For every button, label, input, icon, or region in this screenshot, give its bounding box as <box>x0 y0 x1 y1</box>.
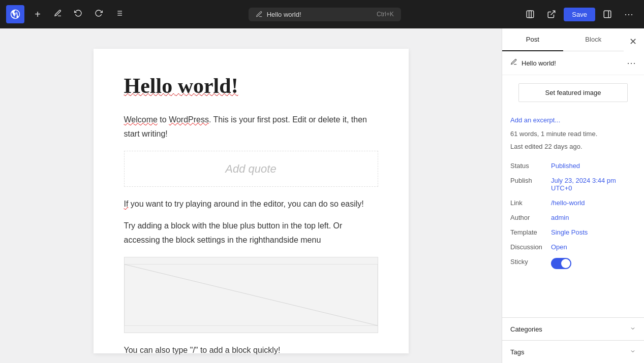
image-placeholder-svg <box>125 257 378 333</box>
tags-chevron-icon <box>630 348 636 356</box>
post-link[interactable]: /hello-world <box>551 199 585 207</box>
status-published[interactable]: Published <box>551 162 580 170</box>
template-row: Template Single Posts <box>510 225 636 240</box>
sidebar-body: Add an excerpt... 61 words, 1 minute rea… <box>502 110 644 317</box>
categories-chevron-icon <box>630 325 636 333</box>
status-label: Status <box>510 158 551 173</box>
keyboard-shortcut: Ctrl+K <box>377 11 394 18</box>
sidebar-more-options-button[interactable]: ⋯ <box>627 57 636 69</box>
wp-svg-icon <box>10 9 21 20</box>
tags-section[interactable]: Tags <box>502 340 644 363</box>
sidebar-close-button[interactable]: ✕ <box>624 32 642 51</box>
undo-icon <box>74 9 82 19</box>
svg-rect-7 <box>529 11 532 18</box>
author-row: Author admin <box>510 210 636 225</box>
more-options-button[interactable]: ⋯ <box>620 5 638 23</box>
external-link-button[interactable] <box>542 5 561 23</box>
status-row: Status Published <box>510 158 636 173</box>
tab-block[interactable]: Block <box>563 28 624 51</box>
close-icon: ✕ <box>629 36 637 47</box>
toolbar-center: Hello world! Ctrl+K <box>130 8 519 21</box>
view-button[interactable] <box>521 5 539 23</box>
svg-rect-6 <box>527 11 534 18</box>
svg-rect-9 <box>604 11 611 18</box>
paragraph-3: Try adding a block with the blue plus bu… <box>124 219 378 246</box>
editor-area[interactable]: Hello world! Welcome to WordPress. This … <box>0 28 502 363</box>
publish-label: Publish <box>510 173 551 195</box>
save-button[interactable]: Save <box>564 8 595 21</box>
add-quote-block[interactable]: Add quote <box>124 151 378 187</box>
main-area: Hello world! Welcome to WordPress. This … <box>0 28 644 363</box>
editor-content: Hello world! Welcome to WordPress. This … <box>94 49 409 353</box>
paragraph-4: You can also type "/" to add a block qui… <box>124 343 378 357</box>
more-options-icon: ⋯ <box>627 58 636 68</box>
doc-title-left: Hello world! <box>256 11 301 18</box>
settings-panel-button[interactable] <box>598 5 617 23</box>
word-count: 61 words, 1 minute read time. <box>510 129 636 140</box>
last-edited: Last edited 22 days ago. <box>510 142 636 152</box>
pen-icon <box>256 11 263 18</box>
sticky-toggle-cell <box>551 254 636 274</box>
publish-row: Publish July 23, 2024 3:44 pm UTC+0 <box>510 173 636 195</box>
paragraph-1: Welcome to WordPress. This is your first… <box>124 113 378 140</box>
document-title-bar[interactable]: Hello world! Ctrl+K <box>249 8 401 21</box>
sticky-row: Sticky <box>510 254 636 274</box>
post-edit-icon <box>510 58 517 68</box>
sidebar-header-row: Hello world! ⋯ <box>502 51 644 75</box>
add-excerpt-link[interactable]: Add an excerpt... <box>510 116 636 124</box>
sidebar-tabs-row: Post Block ✕ <box>502 28 644 51</box>
discussion-row: Discussion Open <box>510 240 636 254</box>
external-link-icon <box>547 10 556 19</box>
discussion-value: Open <box>551 240 636 254</box>
sidebar: Post Block ✕ Hello world! ⋯ Set featured… <box>502 28 644 363</box>
post-meta-table: Status Published Publish July 23, 2024 3… <box>510 158 636 274</box>
add-block-button[interactable]: + <box>28 5 47 23</box>
document-title: Hello world! <box>267 11 301 18</box>
status-value: Published <box>551 158 636 173</box>
toolbar-right: Save ⋯ <box>521 5 638 23</box>
link-label: Link <box>510 195 551 210</box>
link-row: Link /hello-world <box>510 195 636 210</box>
sidebar-tabs: Post Block <box>502 28 624 51</box>
sticky-label: Sticky <box>510 254 551 274</box>
ellipsis-icon: ⋯ <box>624 9 633 20</box>
link-value: /hello-world <box>551 195 636 210</box>
publish-date-link[interactable]: July 23, 2024 3:44 pm UTC+0 <box>551 177 616 192</box>
categories-label: Categories <box>510 325 542 333</box>
publish-value: July 23, 2024 3:44 pm UTC+0 <box>551 173 636 195</box>
redo-icon <box>95 9 103 19</box>
template-label: Template <box>510 225 551 240</box>
author-link[interactable]: admin <box>551 214 569 221</box>
featured-image-section: Set featured image <box>502 75 644 110</box>
template-value: Single Posts <box>551 225 636 240</box>
list-view-icon <box>115 9 123 19</box>
pencil-icon <box>54 9 62 19</box>
paragraph-2: If you want to try playing around in the… <box>124 197 378 211</box>
author-label: Author <box>510 210 551 225</box>
tab-post[interactable]: Post <box>502 28 563 51</box>
tools-button[interactable] <box>49 5 67 23</box>
post-body: Welcome to WordPress. This is your first… <box>124 113 378 357</box>
wp-logo[interactable] <box>6 5 24 23</box>
view-icon <box>526 10 535 19</box>
set-featured-image-button[interactable]: Set featured image <box>518 83 628 102</box>
svg-line-8 <box>551 11 555 15</box>
discussion-link[interactable]: Open <box>551 243 567 251</box>
redo-button[interactable] <box>89 5 108 23</box>
add-quote-placeholder: Add quote <box>225 162 276 175</box>
undo-button[interactable] <box>69 5 87 23</box>
discussion-label: Discussion <box>510 240 551 254</box>
list-view-button[interactable] <box>110 5 128 23</box>
template-link[interactable]: Single Posts <box>551 228 588 236</box>
top-toolbar: + <box>0 0 644 28</box>
plus-icon: + <box>35 9 41 20</box>
tags-label: Tags <box>510 348 524 356</box>
toggle-knob <box>561 259 570 268</box>
categories-section[interactable]: Categories <box>502 317 644 340</box>
panel-icon <box>603 10 612 19</box>
author-value: admin <box>551 210 636 225</box>
sticky-toggle[interactable] <box>551 258 571 269</box>
sidebar-post-name: Hello world! <box>522 59 623 67</box>
image-placeholder <box>124 257 378 333</box>
post-title[interactable]: Hello world! <box>124 73 378 98</box>
